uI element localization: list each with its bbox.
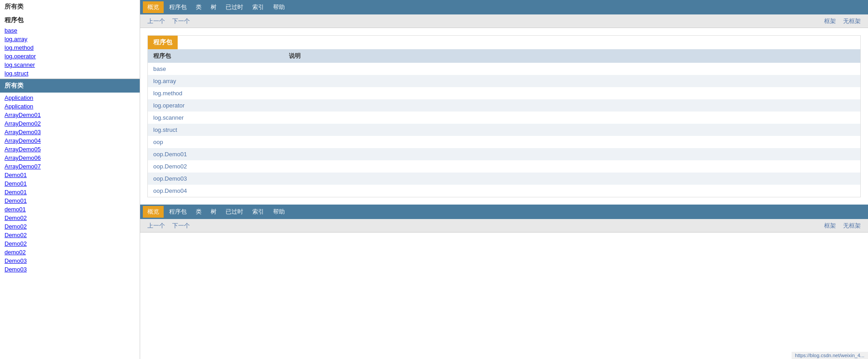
sidebar-class-list: ApplicationApplicationArrayDemo01ArrayDe… xyxy=(0,93,140,275)
package-table-body: baselog.arraylog.methodlog.operatorlog.s… xyxy=(148,63,860,197)
bottom-nav-overview-button[interactable]: 概览 xyxy=(143,206,164,218)
sidebar-class-item[interactable]: Demo02 xyxy=(0,222,140,231)
package-link[interactable]: base xyxy=(153,65,166,72)
sidebar-class-item[interactable]: ArrayDemo06 xyxy=(0,154,140,162)
package-link[interactable]: log.struct xyxy=(153,126,177,133)
package-name-cell: log.array xyxy=(148,75,283,87)
sidebar-class-item[interactable]: ArrayDemo01 xyxy=(0,111,140,119)
sidebar-class-item[interactable]: Demo01 xyxy=(0,179,140,188)
sidebar-class-item[interactable]: Demo03 xyxy=(0,265,140,274)
package-section-header: 程序包 xyxy=(148,36,178,49)
package-name-cell: base xyxy=(148,63,283,75)
bottom-nav-package-button[interactable]: 程序包 xyxy=(165,206,191,218)
package-link[interactable]: oop.Demo04 xyxy=(153,187,187,194)
package-link[interactable]: oop.Demo03 xyxy=(153,175,187,182)
bottom-sub-next-link[interactable]: 下一个 xyxy=(170,221,193,231)
content-area: 程序包 程序包 说明 baselog.arraylog.methodlog.op… xyxy=(140,28,868,197)
sidebar-class-item[interactable]: Demo01 xyxy=(0,171,140,179)
sidebar-package-item[interactable]: log.array xyxy=(0,35,140,43)
package-link[interactable]: oop.Demo01 xyxy=(153,151,187,158)
sidebar-class-item[interactable]: Demo02 xyxy=(0,231,140,239)
bottom-nav-help-button[interactable]: 帮助 xyxy=(269,206,289,218)
package-link[interactable]: log.array xyxy=(153,78,176,84)
sidebar-class-item[interactable]: Application xyxy=(0,102,140,111)
package-name-cell: log.method xyxy=(148,87,283,99)
status-bar: https://blog.csdn.net/weixin_4... xyxy=(792,352,868,359)
sub-prev-link[interactable]: 上一个 xyxy=(145,16,168,26)
package-desc-cell xyxy=(283,99,860,112)
sidebar-class-item[interactable]: ArrayDemo05 xyxy=(0,145,140,154)
nav-tree-button[interactable]: 树 xyxy=(206,1,221,13)
package-section: 程序包 程序包 说明 baselog.arraylog.methodlog.op… xyxy=(147,35,861,197)
main-content: 概览 程序包 类 树 已过时 索引 帮助 上一个 下一个 框架 无框架 程序包 … xyxy=(140,0,868,359)
table-row: oop.Demo02 xyxy=(148,160,860,173)
sidebar-class-item[interactable]: ArrayDemo03 xyxy=(0,128,140,136)
bottom-nav-tree-button[interactable]: 树 xyxy=(206,206,221,218)
sub-frames-link[interactable]: 框架 xyxy=(821,16,839,26)
sidebar-class-item[interactable]: Application xyxy=(0,93,140,102)
table-row: log.scanner xyxy=(148,112,860,124)
bottom-nav-class-button[interactable]: 类 xyxy=(191,206,206,218)
sidebar-class-item[interactable]: Demo02 xyxy=(0,239,140,248)
sidebar-package-item[interactable]: base xyxy=(0,26,140,35)
sub-next-link[interactable]: 下一个 xyxy=(170,16,193,26)
sidebar-allclasses-label: 所有类 xyxy=(0,79,140,93)
package-link[interactable]: log.method xyxy=(153,90,182,97)
sidebar-class-item[interactable]: ArrayDemo07 xyxy=(0,162,140,171)
table-row: log.operator xyxy=(148,99,860,112)
sidebar-packages-section: 所有类 程序包 baselog.arraylog.methodlog.opera… xyxy=(0,0,140,79)
sub-noframes-link[interactable]: 无框架 xyxy=(840,16,863,26)
nav-class-button[interactable]: 类 xyxy=(191,1,206,13)
sidebar-class-item[interactable]: demo02 xyxy=(0,248,140,256)
sidebar-class-item[interactable]: Demo01 xyxy=(0,196,140,205)
table-row: oop.Demo03 xyxy=(148,173,860,185)
bottom-sub-prev-link[interactable]: 上一个 xyxy=(145,221,168,231)
sidebar-allclasses-top-label: 所有类 xyxy=(0,0,140,14)
col-description-header: 说明 xyxy=(283,49,860,63)
bottom-nav-deprecated-button[interactable]: 已过时 xyxy=(221,206,248,218)
package-name-cell: log.scanner xyxy=(148,112,283,124)
sidebar-class-item[interactable]: demo01 xyxy=(0,205,140,214)
sub-nav-bar: 上一个 下一个 框架 无框架 xyxy=(140,14,868,28)
sidebar-package-item[interactable]: log.scanner xyxy=(0,61,140,69)
table-row: log.struct xyxy=(148,124,860,136)
package-link[interactable]: oop xyxy=(153,139,163,145)
table-row: oop.Demo01 xyxy=(148,148,860,160)
nav-index-button[interactable]: 索引 xyxy=(248,1,269,13)
sidebar-package-item[interactable]: log.struct xyxy=(0,69,140,78)
bottom-nav-bar: 概览 程序包 类 树 已过时 索引 帮助 xyxy=(140,205,868,219)
sidebar-class-item[interactable]: Demo02 xyxy=(0,214,140,222)
status-url: https://blog.csdn.net/weixin_4... xyxy=(795,353,864,358)
package-desc-cell xyxy=(283,63,860,75)
package-desc-cell xyxy=(283,185,860,197)
package-name-cell: oop.Demo02 xyxy=(148,160,283,173)
package-link[interactable]: log.scanner xyxy=(153,114,184,121)
package-link[interactable]: oop.Demo02 xyxy=(153,163,187,170)
nav-overview-button[interactable]: 概览 xyxy=(143,1,164,13)
nav-help-button[interactable]: 帮助 xyxy=(269,1,289,13)
package-desc-cell xyxy=(283,136,860,148)
package-desc-cell xyxy=(283,124,860,136)
top-nav-bar: 概览 程序包 类 树 已过时 索引 帮助 xyxy=(140,0,868,14)
sidebar-class-item[interactable]: ArrayDemo04 xyxy=(0,136,140,145)
sidebar-package-item[interactable]: log.method xyxy=(0,43,140,52)
package-name-cell: oop xyxy=(148,136,283,148)
bottom-sub-frames-link[interactable]: 框架 xyxy=(821,221,839,231)
package-link[interactable]: log.operator xyxy=(153,102,184,109)
package-desc-cell xyxy=(283,148,860,160)
nav-deprecated-button[interactable]: 已过时 xyxy=(221,1,248,13)
bottom-sub-noframes-link[interactable]: 无框架 xyxy=(840,221,863,231)
bottom-nav-index-button[interactable]: 索引 xyxy=(248,206,269,218)
nav-package-button[interactable]: 程序包 xyxy=(165,1,191,13)
sidebar-class-item[interactable]: Demo01 xyxy=(0,188,140,196)
package-name-cell: log.struct xyxy=(148,124,283,136)
package-name-cell: log.operator xyxy=(148,99,283,112)
sidebar-package-item[interactable]: log.operator xyxy=(0,52,140,61)
package-desc-cell xyxy=(283,112,860,124)
package-name-cell: oop.Demo03 xyxy=(148,173,283,185)
sidebar: 所有类 程序包 baselog.arraylog.methodlog.opera… xyxy=(0,0,140,359)
package-desc-cell xyxy=(283,87,860,99)
sidebar-class-item[interactable]: Demo03 xyxy=(0,256,140,265)
sidebar-class-item[interactable]: ArrayDemo02 xyxy=(0,119,140,128)
table-row: log.array xyxy=(148,75,860,87)
